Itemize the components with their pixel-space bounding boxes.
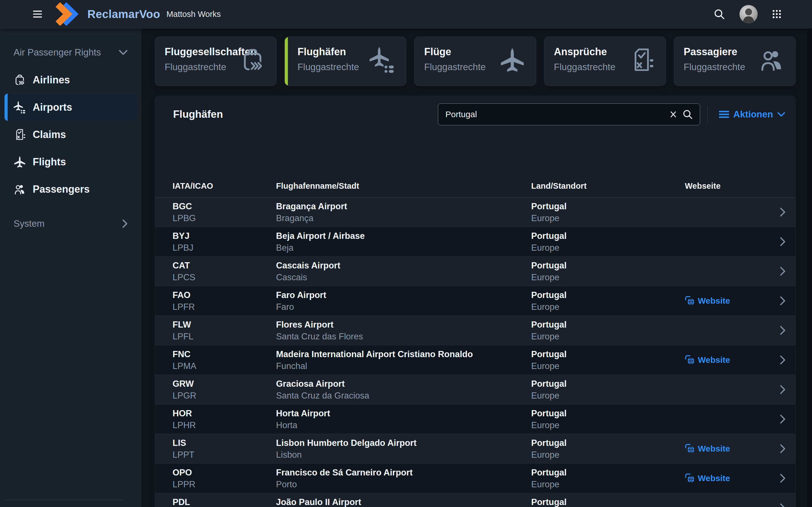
row-pad — [155, 434, 172, 463]
cell-name-city: Flores AirportSanta Cruz das Flores — [276, 316, 531, 345]
table-row[interactable]: CATLPCSCascais AirportCascaisPortugalEur… — [155, 257, 795, 286]
search-input[interactable] — [438, 103, 700, 125]
clear-search-button[interactable] — [667, 108, 679, 120]
row-navigate[interactable] — [770, 345, 795, 375]
actions-menu-button[interactable]: Aktionen — [719, 109, 785, 120]
airport-name: Lisbon Humberto Delgado Airport — [276, 438, 531, 448]
website-link[interactable]: Website — [685, 444, 730, 454]
row-navigate[interactable] — [770, 257, 795, 286]
country: Portugal — [531, 379, 685, 389]
airport-city: Beja — [276, 242, 531, 253]
chevron-right-icon — [779, 207, 786, 217]
row-navigate[interactable] — [770, 286, 795, 316]
table-row[interactable]: FAOLPFRFaro AirportFaroPortugalEuropeWeb… — [155, 286, 795, 316]
table-row[interactable]: BGCLPBGBragança AirportBragançaPortugalE… — [155, 198, 795, 227]
row-navigate[interactable] — [770, 316, 795, 345]
country: Portugal — [531, 320, 685, 330]
sidebar-group-air-passenger-rights[interactable]: Air Passenger Rights — [0, 29, 141, 58]
main-content: FluggesellschaftenFluggastrechteFlughäfe… — [141, 29, 812, 507]
globe-page-icon — [685, 355, 695, 365]
page-scrollbar[interactable] — [807, 29, 812, 507]
cell-website: Website — [685, 464, 770, 493]
sidebar-item-airports[interactable]: Airports — [4, 94, 137, 121]
table-row[interactable]: FLWLPFLFlores AirportSanta Cruz das Flor… — [155, 316, 795, 345]
icao-code: LPFL — [172, 331, 276, 342]
table-row[interactable]: HORLPHRHorta AirportHortaPortugalEurope — [155, 404, 795, 434]
table-row[interactable]: LISLPPTLisbon Humberto Delgado AirportLi… — [155, 434, 795, 464]
row-navigate[interactable] — [770, 464, 795, 493]
card-ansprüche[interactable]: AnsprücheFluggastrechte — [544, 37, 666, 86]
global-search-button[interactable] — [712, 7, 726, 21]
user-avatar[interactable] — [739, 5, 758, 23]
card-flughäfen[interactable]: FlughäfenFluggastrechte — [285, 37, 406, 86]
column-header: Land/Standort — [531, 181, 685, 191]
icao-code: LPHR — [172, 420, 276, 431]
row-navigate[interactable] — [770, 434, 795, 463]
iata-code: BGC — [172, 201, 276, 212]
row-pad — [155, 345, 172, 375]
icao-code: LPPR — [172, 479, 276, 490]
iata-code: BYJ — [172, 231, 276, 241]
iata-code: FNC — [172, 349, 276, 360]
airport-city: Bragança — [276, 213, 531, 224]
table-row[interactable]: OPOLPPRFrancisco de Sá Carneiro AirportP… — [155, 464, 795, 493]
row-pad — [155, 464, 172, 493]
chevron-right-icon — [779, 444, 786, 453]
sidebar-item-flights[interactable]: Flights — [0, 148, 141, 175]
sidebar-item-airlines[interactable]: Airlines — [0, 66, 141, 94]
website-link[interactable]: Website — [685, 355, 730, 365]
table-body: BGCLPBGBragança AirportBragançaPortugalE… — [155, 198, 795, 507]
airports-table-panel: Flughäfen Akt — [155, 96, 796, 507]
row-navigate[interactable] — [770, 493, 795, 507]
region: Europe — [531, 420, 685, 431]
sidebar-item-label: Claims — [33, 129, 66, 140]
airport-plane-icon — [13, 101, 26, 114]
sidebar-item-claims[interactable]: Claims — [0, 121, 141, 148]
cell-name-city: Horta AirportHorta — [276, 404, 531, 434]
card-passagiere[interactable]: PassagiereFluggastrechte — [674, 37, 796, 86]
airport-name: Francisco de Sá Carneiro Airport — [276, 467, 531, 478]
card-subtitle: Fluggastrechte — [297, 62, 364, 72]
row-navigate[interactable] — [770, 198, 795, 227]
claim-document-icon — [629, 47, 655, 73]
website-link[interactable]: Website — [685, 473, 730, 483]
cell-location: PortugalEurope — [531, 404, 685, 434]
row-pad — [155, 493, 172, 507]
card-flüge[interactable]: FlügeFluggastrechte — [414, 37, 536, 86]
card-fluggesellschaften[interactable]: FluggesellschaftenFluggastrechte — [155, 37, 276, 86]
table-row[interactable]: BYJLPBJBeja Airport / AirbaseBejaPortuga… — [155, 227, 795, 257]
region: Europe — [531, 361, 685, 372]
row-navigate[interactable] — [770, 227, 795, 256]
sidebar-item-system[interactable]: System — [0, 210, 141, 237]
globe-page-icon — [685, 444, 695, 454]
cell-codes: LISLPPT — [172, 434, 276, 463]
cell-website: Website — [685, 345, 770, 375]
plane-icon — [499, 47, 525, 73]
row-navigate[interactable] — [770, 375, 795, 404]
table-row[interactable]: GRWLPGRGraciosa AirportSanta Cruz da Gra… — [155, 375, 795, 404]
icao-code: LPBJ — [172, 242, 276, 253]
briefcase-arrows-icon — [13, 74, 26, 86]
card-subtitle: Fluggastrechte — [684, 62, 753, 72]
website-link[interactable]: Website — [685, 296, 730, 306]
card-subtitle: Fluggastrechte — [424, 62, 493, 72]
search-submit-button[interactable] — [680, 107, 695, 122]
airport-name: Bragança Airport — [276, 201, 531, 212]
airport-name: Graciosa Airport — [276, 379, 531, 389]
sidebar-system-label: System — [13, 218, 45, 229]
icao-code: LPCS — [172, 272, 276, 283]
region: Europe — [531, 242, 685, 253]
cell-codes: FLWLPFL — [172, 316, 276, 345]
chevron-right-icon — [122, 219, 128, 228]
table-row[interactable]: PDLJoão Paulo II AirportPortugal — [155, 493, 795, 507]
country: Portugal — [531, 201, 685, 212]
cell-name-city: Lisbon Humberto Delgado AirportLisbon — [276, 434, 531, 463]
app-switcher-button[interactable] — [771, 8, 783, 20]
airport-city: Santa Cruz da Graciosa — [276, 390, 531, 401]
search-icon — [713, 8, 725, 20]
sidebar-item-passengers[interactable]: Passengers — [0, 175, 141, 203]
hamburger-menu-button[interactable] — [31, 8, 45, 20]
table-row[interactable]: FNCLPMAMadeira International Airport Cri… — [155, 345, 795, 375]
airport-city: Cascais — [276, 272, 531, 283]
row-navigate[interactable] — [770, 404, 795, 434]
